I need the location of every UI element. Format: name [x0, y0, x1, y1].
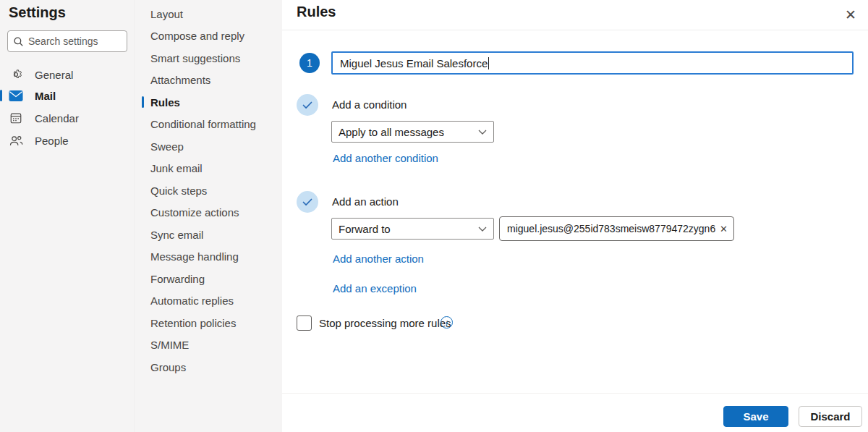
rules-panel: Rules ✕ 1 Miguel Jesus Email Salesforce …	[282, 0, 868, 432]
condition-step-check	[297, 94, 318, 116]
rule-name-input[interactable]: Miguel Jesus Email Salesforce	[331, 51, 854, 75]
calendar-icon	[9, 111, 23, 125]
sidebar-item-calendar[interactable]: Calendar	[0, 107, 135, 129]
add-an-exception-link[interactable]: Add an exception	[333, 282, 417, 295]
menu-item-automatic-replies[interactable]: Automatic replies	[135, 292, 282, 309]
menu-item-label: Message handling	[150, 250, 239, 263]
chevron-down-icon	[478, 226, 487, 232]
action-dropdown[interactable]: Forward to	[331, 218, 494, 240]
menu-item-layout[interactable]: Layout	[135, 5, 282, 22]
sidebar-item-people[interactable]: People	[0, 130, 135, 151]
forward-to-recipient-field[interactable]: miguel.jesus@255id783smeisw8779472zygn6z…	[499, 216, 734, 241]
menu-item-attachments[interactable]: Attachments	[135, 71, 282, 88]
stop-processing-label: Stop processing more rules	[319, 317, 451, 329]
action-heading: Add an action	[332, 195, 399, 208]
recipient-email: miguel.jesus@255id783smeisw8779472zygn6z…	[507, 223, 715, 234]
menu-item-smart-suggestions[interactable]: Smart suggestions	[135, 49, 282, 67]
mail-settings-menu: Layout Compose and reply Smart suggestio…	[135, 0, 282, 432]
sidebar-item-label: General	[35, 69, 73, 81]
menu-item-conditional-formatting[interactable]: Conditional formatting	[135, 115, 282, 132]
menu-item-label: Automatic replies	[150, 295, 234, 307]
menu-item-label: Smart suggestions	[150, 52, 240, 64]
remove-recipient-icon[interactable]: ✕	[720, 224, 728, 234]
footer-divider	[282, 393, 868, 394]
menu-item-compose-and-reply[interactable]: Compose and reply	[135, 27, 282, 44]
search-placeholder: Search settings	[28, 35, 98, 47]
sidebar-item-mail[interactable]: Mail	[0, 85, 135, 106]
menu-item-sync-email[interactable]: Sync email	[135, 226, 282, 243]
text-cursor	[488, 57, 489, 69]
sidebar-item-label: People	[35, 135, 69, 147]
menu-item-quick-steps[interactable]: Quick steps	[135, 182, 282, 199]
chevron-down-icon	[478, 130, 487, 135]
sidebar-item-label: Mail	[35, 90, 56, 102]
settings-title: Settings	[9, 4, 66, 21]
menu-item-label: Retention policies	[150, 317, 236, 329]
page-title: Rules	[297, 4, 336, 20]
menu-item-junk-email[interactable]: Junk email	[135, 159, 282, 177]
menu-item-message-handling[interactable]: Message handling	[135, 247, 282, 265]
stop-processing-checkbox[interactable]	[297, 315, 312, 331]
action-step-check	[297, 191, 318, 213]
menu-item-rules[interactable]: Rules	[135, 93, 282, 111]
condition-dropdown-value: Apply to all messages	[339, 126, 444, 138]
menu-item-label: Forwarding	[150, 273, 205, 285]
outlook-settings-window: Settings Search settings General Mail	[0, 0, 868, 432]
info-icon[interactable]: i	[441, 316, 453, 329]
search-input[interactable]: Search settings	[7, 30, 127, 52]
selected-indicator	[142, 96, 144, 108]
check-icon	[302, 198, 312, 206]
selected-indicator	[0, 90, 2, 101]
menu-item-label: Sweep	[150, 140, 184, 153]
menu-item-retention-policies[interactable]: Retention policies	[135, 314, 282, 331]
gear-icon	[9, 67, 23, 82]
mail-icon	[9, 88, 23, 103]
menu-item-label: Compose and reply	[150, 30, 244, 42]
menu-item-label: S/MIME	[150, 339, 189, 351]
sidebar-item-general[interactable]: General	[0, 64, 135, 85]
menu-item-groups[interactable]: Groups	[135, 358, 282, 376]
search-icon	[14, 37, 23, 46]
header-divider	[282, 30, 868, 30]
check-icon	[302, 101, 312, 109]
menu-item-label: Quick steps	[150, 185, 207, 197]
discard-button[interactable]: Discard	[799, 406, 862, 427]
menu-item-label: Conditional formatting	[150, 118, 256, 130]
add-another-action-link[interactable]: Add another action	[333, 253, 424, 265]
menu-item-label: Attachments	[150, 74, 210, 86]
menu-item-forwarding[interactable]: Forwarding	[135, 270, 282, 287]
condition-dropdown[interactable]: Apply to all messages	[331, 121, 494, 143]
menu-item-label: Sync email	[150, 229, 203, 241]
settings-sidebar: Settings Search settings General Mail	[0, 0, 135, 432]
rule-name-value: Miguel Jesus Email Salesforce	[340, 57, 488, 69]
people-icon	[9, 133, 23, 148]
menu-item-smime[interactable]: S/MIME	[135, 336, 282, 353]
save-button[interactable]: Save	[723, 406, 788, 427]
sidebar-item-label: Calendar	[35, 112, 79, 124]
step-number: 1	[307, 57, 312, 69]
menu-item-label: Layout	[150, 8, 183, 20]
close-icon[interactable]: ✕	[841, 4, 861, 25]
action-dropdown-value: Forward to	[339, 223, 391, 235]
condition-heading: Add a condition	[332, 98, 407, 111]
menu-item-customize-actions[interactable]: Customize actions	[135, 203, 282, 221]
menu-item-label: Customize actions	[150, 206, 239, 219]
add-another-condition-link[interactable]: Add another condition	[333, 152, 438, 164]
menu-item-label: Junk email	[150, 162, 203, 174]
menu-item-label: Rules	[150, 96, 180, 109]
step-1-badge: 1	[299, 53, 320, 73]
menu-item-sweep[interactable]: Sweep	[135, 137, 282, 155]
menu-item-label: Groups	[150, 361, 186, 373]
